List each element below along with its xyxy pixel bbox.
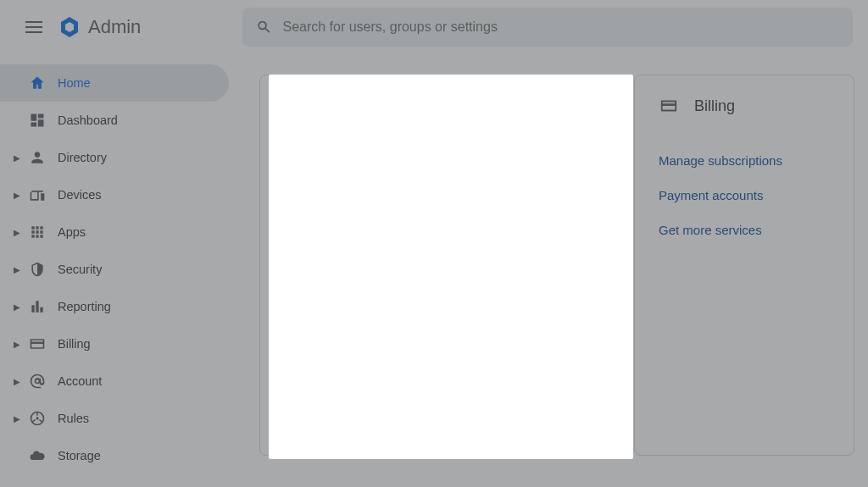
steering-icon [27, 408, 47, 429]
sidebar-item-reporting[interactable]: ▶ Reporting [0, 288, 229, 325]
search-input[interactable] [282, 19, 839, 35]
chevron-right-icon: ▶ [10, 191, 24, 200]
at-icon [27, 371, 47, 391]
search-bar[interactable] [242, 8, 853, 47]
apps-icon [27, 222, 47, 242]
sidebar-item-label: Security [58, 263, 102, 276]
sidebar-item-label: Directory [58, 151, 107, 164]
devices-icon [27, 185, 47, 205]
app-logo[interactable]: Admin [58, 15, 141, 39]
home-icon [27, 73, 47, 93]
search-icon [256, 19, 272, 36]
sidebar-item-rules[interactable]: ▶ Rules [0, 400, 229, 437]
sidebar-item-label: Account [58, 374, 102, 388]
chevron-right-icon: ▶ [10, 153, 24, 163]
sidebar-item-label: Storage [58, 449, 101, 462]
card-title: Billing [694, 97, 830, 115]
link-add-user[interactable]: Add a user [284, 153, 589, 168]
billing-card: Billing Manage subscriptions Payment acc… [634, 75, 854, 456]
link-create-alias[interactable]: Create an alternate email address (email… [284, 257, 589, 272]
sidebar-item-label: Home [58, 76, 91, 90]
person-icon [284, 96, 304, 116]
sidebar-item-devices[interactable]: ▶ Devices [0, 176, 229, 213]
main-content: Users Manage Add a user Delete a user Up… [236, 54, 868, 487]
sidebar-item-label: Billing [58, 337, 91, 351]
sidebar-item-label: Reporting [58, 300, 111, 313]
link-delete-user[interactable]: Delete a user [284, 188, 589, 202]
card-icon [659, 96, 679, 116]
svg-point-3 [36, 417, 38, 419]
chevron-up-icon [576, 97, 589, 111]
sidebar-nav: ▶ Home ▶ Dashboard ▶ Directory ▶ Devices… [0, 54, 236, 487]
chevron-right-icon: ▶ [10, 340, 24, 349]
users-card: Users Manage Add a user Delete a user Up… [259, 75, 614, 456]
app-header: Admin [0, 0, 868, 54]
sidebar-item-apps[interactable]: ▶ Apps [0, 213, 229, 251]
card-header: Users Manage [284, 96, 589, 116]
collapse-button[interactable] [576, 97, 589, 114]
link-get-services[interactable]: Get more services [659, 223, 830, 237]
link-update-user[interactable]: Update a user's name or email [284, 223, 589, 237]
manage-link[interactable]: Manage [509, 99, 555, 113]
sidebar-item-home[interactable]: ▶ Home [0, 64, 229, 102]
sidebar-item-billing[interactable]: ▶ Billing [0, 325, 229, 362]
menu-button[interactable] [14, 7, 54, 47]
sidebar-item-directory[interactable]: ▶ Directory [0, 139, 229, 176]
sidebar-item-account[interactable]: ▶ Account [0, 362, 229, 400]
link-manage-subscriptions[interactable]: Manage subscriptions [659, 153, 830, 168]
cloud-icon [27, 445, 47, 466]
sidebar-item-label: Apps [58, 225, 86, 239]
chevron-right-icon: ▶ [10, 265, 24, 274]
shield-icon [27, 259, 47, 279]
card-icon [27, 334, 47, 354]
chevron-right-icon: ▶ [10, 228, 24, 237]
chevron-right-icon: ▶ [10, 302, 24, 312]
sidebar-item-security[interactable]: ▶ Security [0, 251, 229, 288]
sidebar-item-label: Dashboard [58, 113, 118, 127]
dashboard-icon [27, 110, 47, 130]
link-payment-accounts[interactable]: Payment accounts [659, 188, 830, 202]
app-name: Admin [88, 16, 141, 38]
bar-chart-icon [27, 296, 47, 317]
sidebar-item-dashboard[interactable]: ▶ Dashboard [0, 102, 229, 139]
card-header: Billing [659, 96, 830, 116]
chevron-right-icon: ▶ [10, 377, 24, 386]
admin-logo-icon [58, 15, 81, 39]
sidebar-item-label: Devices [58, 188, 102, 202]
sidebar-item-label: Rules [58, 412, 89, 425]
card-title: Users [320, 97, 509, 115]
person-icon [27, 147, 47, 168]
sidebar-item-storage[interactable]: ▶ Storage [0, 437, 229, 474]
hamburger-icon [25, 21, 42, 33]
chevron-right-icon: ▶ [10, 414, 24, 423]
